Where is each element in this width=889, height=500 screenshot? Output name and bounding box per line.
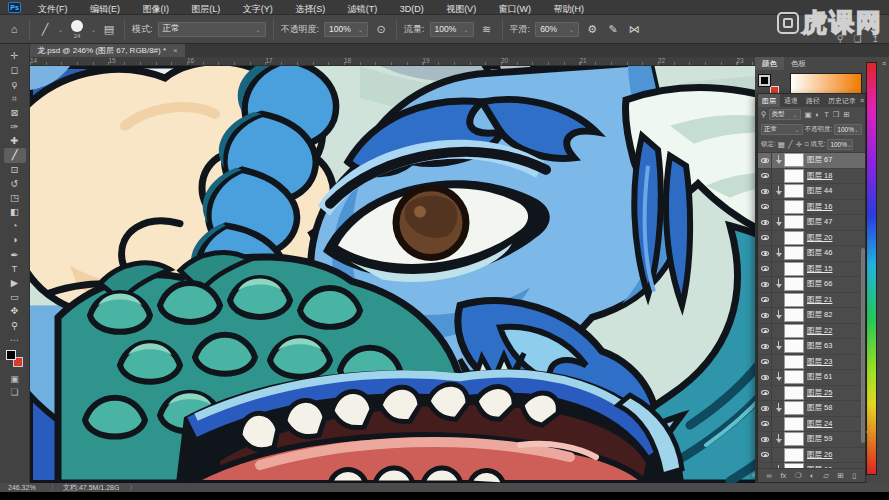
layer-name[interactable]: 图层 61: [807, 372, 832, 382]
layer-thumbnail[interactable]: [784, 153, 804, 167]
adjustment-layer-icon[interactable]: ◐: [810, 471, 815, 480]
layer-row[interactable]: 图层 67: [758, 153, 865, 169]
layer-visibility-toggle[interactable]: [758, 324, 772, 339]
dodge-tool[interactable]: ◑: [4, 233, 26, 247]
delete-layer-icon[interactable]: ▯: [852, 471, 856, 480]
layer-name[interactable]: 图层 59: [807, 434, 832, 444]
menu-item[interactable]: 滤镜(T): [339, 4, 387, 14]
layer-style-icon[interactable]: fx: [780, 471, 786, 480]
layer-name[interactable]: 图层 46: [807, 248, 832, 258]
link-layers-icon[interactable]: ∞: [767, 471, 772, 480]
menu-item[interactable]: 3D(D): [391, 4, 433, 14]
layer-visibility-toggle[interactable]: [758, 463, 772, 468]
brush-settings-panel-icon[interactable]: ▤: [101, 23, 117, 36]
tab-layers[interactable]: 图层: [758, 94, 780, 107]
document-tab[interactable]: 龙.psd @ 246% (图层 67, RGB/8#) * ×: [30, 44, 185, 57]
layer-row[interactable]: 图层 20: [758, 231, 865, 247]
hand-tool[interactable]: ✥: [4, 304, 26, 318]
layer-name[interactable]: 图层 23: [807, 357, 832, 367]
layer-thumbnail[interactable]: [784, 417, 804, 431]
layer-visibility-toggle[interactable]: [758, 169, 772, 184]
status-expander-icon[interactable]: 〉: [129, 483, 136, 493]
layer-name[interactable]: 图层 18: [807, 171, 832, 181]
layer-thumbnail[interactable]: [784, 215, 804, 229]
layer-row[interactable]: 图层 59: [758, 432, 865, 448]
layer-row[interactable]: 图层 15: [758, 262, 865, 278]
type-tool[interactable]: T: [4, 262, 26, 276]
layer-thumbnail[interactable]: [784, 339, 804, 353]
brush-tool-caret[interactable]: ⌄: [58, 26, 63, 33]
filter-type-icon[interactable]: T: [824, 110, 829, 119]
zoom-tool[interactable]: ⚲: [4, 319, 26, 333]
layer-search-icon[interactable]: ⚲: [761, 110, 767, 119]
layer-name[interactable]: 图层 21: [807, 295, 832, 305]
foreground-color-swatch[interactable]: [6, 350, 16, 360]
layer-visibility-toggle[interactable]: [758, 153, 772, 168]
brush-preset-caret[interactable]: ⌄: [91, 26, 96, 33]
layer-row[interactable]: 图层 82: [758, 308, 865, 324]
screen-mode-icon[interactable]: ❏: [10, 386, 18, 399]
tab-color[interactable]: 颜色: [755, 57, 784, 70]
eyedropper-tool[interactable]: ✑: [4, 120, 26, 134]
layer-row[interactable]: 图层 26: [758, 448, 865, 464]
layer-name[interactable]: 图层 82: [807, 310, 832, 320]
share-icon[interactable]: ↥: [871, 34, 879, 44]
layer-row[interactable]: 图层 46: [758, 246, 865, 262]
edit-toolbar[interactable]: ⋯: [4, 333, 26, 347]
filter-smart-icon[interactable]: ⊞: [843, 110, 849, 119]
layer-name[interactable]: 图层 20: [807, 233, 832, 243]
layer-name[interactable]: 图层 22: [807, 326, 832, 336]
layer-name[interactable]: 图层 26: [807, 450, 832, 460]
layer-filter-select[interactable]: 类型⌄: [769, 109, 801, 120]
layer-thumbnail[interactable]: [784, 386, 804, 400]
clone-stamp-tool[interactable]: ⊡: [4, 163, 26, 177]
history-brush-tool[interactable]: ↺: [4, 177, 26, 191]
smoothing-options-icon[interactable]: ⚙: [584, 23, 600, 36]
menu-item[interactable]: 文件(F): [29, 4, 77, 14]
layer-opacity-select[interactable]: 100%⌄: [834, 124, 862, 135]
menu-item[interactable]: 窗口(W): [490, 4, 541, 14]
layers-panel-menu-icon[interactable]: ≡: [860, 97, 864, 104]
layer-thumbnail[interactable]: [784, 370, 804, 384]
layer-row[interactable]: 图层 61: [758, 370, 865, 386]
blur-tool[interactable]: ◔: [4, 219, 26, 233]
layer-name[interactable]: 图层 47: [807, 217, 832, 227]
canvas[interactable]: [30, 66, 862, 483]
layer-thumbnail[interactable]: [784, 448, 804, 462]
layer-row[interactable]: 图层 63: [758, 339, 865, 355]
marquee-tool[interactable]: ◻: [4, 63, 26, 77]
tab-history[interactable]: 历史记录: [824, 94, 860, 107]
quick-mask-icon[interactable]: ▣: [10, 373, 19, 386]
zoom-level-field[interactable]: 246.32%: [8, 484, 42, 491]
layer-row[interactable]: 图层 66: [758, 277, 865, 293]
layer-thumbnail[interactable]: [784, 432, 804, 446]
layer-row[interactable]: 图层 22: [758, 324, 865, 340]
layer-name[interactable]: 图层 24: [807, 419, 832, 429]
tab-channels[interactable]: 通道: [780, 94, 802, 107]
menu-item[interactable]: 帮助(H): [545, 4, 594, 14]
pen-tool[interactable]: ✒: [4, 248, 26, 262]
color-swatches[interactable]: [6, 350, 23, 367]
filter-adjustment-icon[interactable]: ◐: [816, 110, 821, 119]
layer-thumbnail[interactable]: [784, 231, 804, 245]
airbrush-icon[interactable]: ≋: [479, 23, 495, 36]
layer-name[interactable]: 图层 44: [807, 186, 832, 196]
hue-slider[interactable]: [866, 62, 877, 475]
layer-group-icon[interactable]: ▱: [823, 471, 829, 480]
size-pressure-icon[interactable]: ✎: [605, 23, 621, 36]
layer-visibility-toggle[interactable]: [758, 448, 772, 463]
layer-thumbnail[interactable]: [784, 324, 804, 338]
layer-list-scrollbar[interactable]: [861, 248, 865, 443]
layer-visibility-toggle[interactable]: [758, 262, 772, 277]
close-document-icon[interactable]: ×: [173, 46, 178, 55]
layer-mask-icon[interactable]: ❍: [795, 471, 802, 480]
layer-thumbnail[interactable]: [784, 401, 804, 415]
layer-visibility-toggle[interactable]: [758, 370, 772, 385]
new-layer-icon[interactable]: ⊞: [837, 471, 843, 480]
layer-visibility-toggle[interactable]: [758, 215, 772, 230]
flow-select[interactable]: 100%⌄: [430, 22, 474, 37]
layer-row[interactable]: 图层 21: [758, 293, 865, 309]
layer-name[interactable]: 图层 25: [807, 388, 832, 398]
opacity-select[interactable]: 100%⌄: [324, 22, 368, 37]
foreground-color-chip[interactable]: [759, 75, 770, 86]
